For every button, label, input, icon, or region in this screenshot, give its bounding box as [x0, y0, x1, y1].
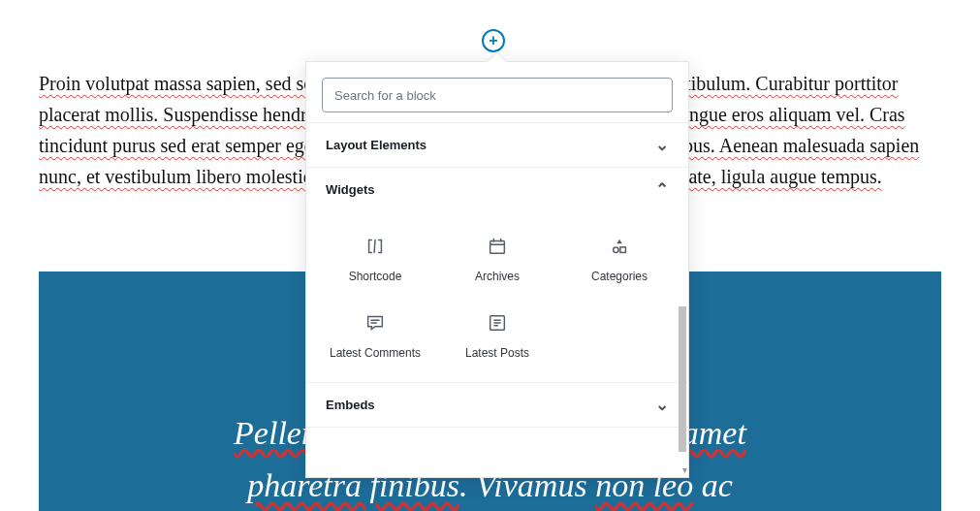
panel-widgets[interactable]: Widgets ⌃	[306, 167, 688, 211]
chevron-down-icon: ⌄	[655, 137, 669, 153]
block-archives[interactable]: Archives	[436, 221, 558, 298]
chevron-up-icon: ⌃	[655, 181, 669, 198]
block-label: Categories	[591, 270, 648, 284]
latest-comments-icon	[364, 311, 387, 335]
block-inserter-toggle[interactable]: +	[482, 29, 505, 52]
svg-rect-0	[490, 241, 505, 254]
panel-layout-elements[interactable]: Layout Elements ⌄	[306, 122, 688, 167]
block-categories[interactable]: Categories	[558, 221, 680, 298]
panel-title: Widgets	[326, 182, 374, 197]
panel-embeds[interactable]: Embeds ⌄	[306, 382, 688, 428]
shortcode-icon	[364, 235, 387, 258]
latest-posts-icon	[486, 311, 509, 335]
block-inserter-popover: Layout Elements ⌄ Widgets ⌃ Shortcode Ar…	[305, 61, 689, 478]
search-wrap	[306, 62, 688, 122]
scroll-down-icon[interactable]: ▾	[682, 464, 687, 475]
scrollbar[interactable]: ▾	[673, 122, 688, 477]
block-latest-comments[interactable]: Latest Comments	[314, 298, 436, 374]
panel-title: Embeds	[326, 398, 375, 412]
block-label: Latest Comments	[330, 346, 421, 361]
categories-icon	[608, 235, 631, 258]
archives-icon	[486, 235, 509, 258]
chevron-down-icon: ⌄	[655, 397, 669, 413]
svg-rect-2	[620, 247, 626, 252]
panel-title: Layout Elements	[326, 138, 427, 152]
inserter-scroll-area: Layout Elements ⌄ Widgets ⌃ Shortcode Ar…	[306, 122, 688, 477]
block-shortcode[interactable]: Shortcode	[314, 221, 436, 298]
plus-icon: +	[489, 33, 497, 48]
block-label: Archives	[475, 270, 520, 284]
svg-point-1	[614, 247, 619, 252]
block-label: Shortcode	[349, 270, 402, 284]
scroll-thumb[interactable]	[679, 306, 686, 452]
block-latest-posts[interactable]: Latest Posts	[436, 298, 558, 374]
widgets-grid: Shortcode Archives Categories Latest Com…	[306, 211, 688, 382]
block-label: Latest Posts	[465, 346, 529, 361]
search-input[interactable]	[322, 78, 673, 112]
